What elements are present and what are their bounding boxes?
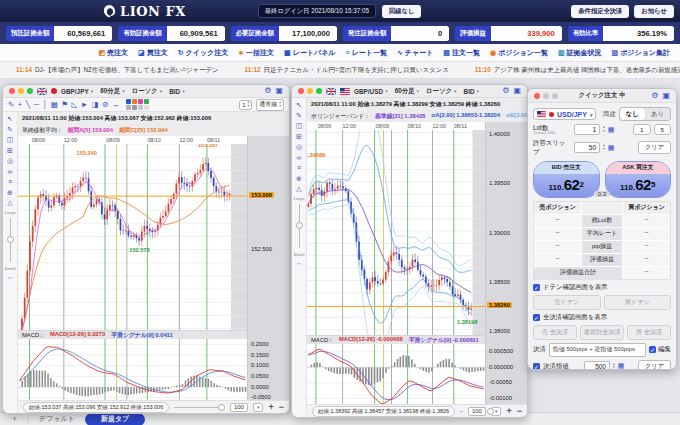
add-tab-icon[interactable]: +	[12, 414, 17, 424]
draw-icon[interactable]: ✎	[296, 112, 302, 119]
pan-arrows-icon[interactable]: ↔	[296, 260, 302, 266]
window-titlebar[interactable]: GBP/JPY▾60分足▾ローソク▾BID▾ ⚙▣	[3, 85, 289, 98]
keypad-icon[interactable]	[608, 126, 615, 134]
news-item[interactable]: 11:10アジア株 豪州株は史上最高値 韓国株は下落、過去最多の新規感染	[475, 66, 680, 75]
quick-order-panel[interactable]: クイック注文 中 ⚙▣ USD/JPY 両建 なしあり Lot数1Lot=1,0…	[527, 88, 677, 370]
menu-item-sell-order[interactable]: ◩売注文	[98, 48, 128, 58]
minimize-icon[interactable]	[543, 93, 549, 99]
edit-checkbox[interactable]	[649, 346, 656, 353]
title-dropdown[interactable]: BID▾	[169, 88, 185, 95]
color-swatch[interactable]	[126, 105, 131, 110]
menu-item-buy-order[interactable]: ◪買注文	[138, 48, 168, 58]
menu-item-rate-list[interactable]: ≡レート一覧	[346, 48, 387, 58]
hedge-on-option[interactable]: あり	[645, 108, 670, 120]
notice-button[interactable]: お知らせ	[634, 5, 674, 18]
minimize-icon[interactable]	[18, 88, 24, 94]
grid-icon[interactable]: ▦	[51, 101, 58, 109]
title-dropdown[interactable]: GBP/USD▾	[354, 88, 388, 95]
chart-title-selectors[interactable]: GBP/USD▾60分足▾ローソク▾BID▾	[354, 87, 479, 96]
slippage-stepper[interactable]	[603, 144, 605, 151]
list-icon[interactable]: ≡	[297, 164, 301, 171]
channel-icon[interactable]: ◺	[72, 101, 78, 109]
alert-icon[interactable]: △	[296, 185, 301, 192]
list-icon[interactable]: ≡	[8, 178, 12, 185]
lot-input[interactable]: 1	[574, 124, 600, 135]
indicator-icon[interactable]: ⊞	[7, 147, 13, 154]
color-swatch[interactable]	[132, 105, 137, 110]
duplicate-window-icon[interactable]: ▣	[513, 87, 521, 95]
trash-icon[interactable]: ⊘	[102, 101, 108, 109]
candle-size-slider[interactable]	[299, 204, 300, 248]
hedge-off-option[interactable]: なし	[620, 108, 645, 120]
measure-icon[interactable]: ↔	[112, 101, 120, 109]
globe-icon[interactable]: ⊕	[296, 175, 302, 182]
alert-icon[interactable]: △	[7, 199, 12, 206]
globe-icon[interactable]: ⊕	[7, 189, 13, 196]
window-titlebar[interactable]: GBP/USD▾60分足▾ローソク▾BID▾ ⚙▣	[292, 85, 527, 98]
chart-window-gbpusd[interactable]: GBP/USD▾60分足▾ローソク▾BID▾ ⚙▣ ↖✎◫⊞◎∞≡⊕△ Larg…	[291, 84, 528, 418]
slippage-input[interactable]: 50	[574, 142, 600, 153]
flag-icon[interactable]: ⚑	[61, 101, 68, 109]
lot-preset-5[interactable]: 5	[654, 124, 671, 135]
news-ticker[interactable]: 11:14DJ-【市場の声】NZ住宅価格、下落してもまだ高い=ジャーデン 11:…	[0, 62, 680, 79]
lot-preset-1[interactable]: 1	[633, 124, 650, 135]
title-dropdown[interactable]: ローソク▾	[426, 87, 457, 96]
connection-status-button[interactable]: 回線なし	[382, 5, 421, 18]
title-dropdown[interactable]: GBP/JPY▾	[61, 88, 93, 95]
zoom-select-caret[interactable]	[253, 403, 264, 412]
crosshair-icon[interactable]: +	[18, 101, 22, 109]
pointer-icon[interactable]: ►	[81, 101, 88, 109]
zoom-out-button[interactable]: −	[517, 406, 522, 416]
tab-new-active[interactable]: 新規タブ	[85, 413, 145, 425]
chart-window-gbpjpy[interactable]: GBP/JPY▾60分足▾ローソク▾BID▾ ⚙▣ ✎+╲─│▦⚑◺►◨⊘↔ 1…	[2, 84, 290, 414]
color-swatch[interactable]	[144, 99, 149, 104]
select-icon[interactable]: ↖	[7, 115, 13, 122]
menu-item-chart[interactable]: ∿チャート	[397, 48, 433, 58]
close-icon[interactable]	[534, 93, 540, 99]
pair-close-all-button[interactable]: 通貨別全決済	[580, 325, 624, 340]
menu-item-batch-order[interactable]: ∗一括注文	[238, 48, 274, 58]
chart-title-selectors[interactable]: GBP/JPY▾60分足▾ローソク▾BID▾	[61, 87, 185, 96]
title-dropdown[interactable]: 60分足▾	[395, 87, 419, 96]
zoom-value[interactable]: 100	[468, 407, 486, 416]
lot-stepper[interactable]	[603, 126, 605, 133]
color-swatch[interactable]	[126, 99, 131, 104]
title-dropdown[interactable]: ローソク▾	[132, 87, 163, 96]
menu-item-quick-order[interactable]: ↻クイック注文	[178, 48, 229, 58]
indicator-icon[interactable]: ⊞	[296, 133, 302, 140]
keypad-icon[interactable]	[618, 362, 625, 369]
limit-input[interactable]: 500	[584, 361, 610, 369]
candle-size-slider[interactable]	[10, 218, 11, 262]
menu-item-position-list[interactable]: ◉ポジション一覧	[490, 48, 548, 58]
color-swatch[interactable]	[132, 99, 137, 104]
draw-icon[interactable]: ✎	[7, 126, 13, 133]
zoom-in-button[interactable]: +	[506, 406, 511, 416]
maximize-icon[interactable]	[316, 88, 322, 94]
menu-item-order-list[interactable]: ▤注文一覧	[443, 48, 480, 58]
menu-item-position-summary[interactable]: ▧ポジション集計	[612, 48, 670, 58]
ask-buy-button[interactable]: ASK 買注文 110.625	[605, 161, 672, 198]
line-width-stepper[interactable]: 1	[239, 100, 252, 110]
news-item[interactable]: 11:12日足テクニカル・ドル円=雲の下限を支持に押し目買いスタンス	[245, 66, 449, 75]
eraser-icon[interactable]: ◨	[92, 101, 99, 109]
chart-type-icon[interactable]: ◫	[7, 136, 14, 143]
color-swatch[interactable]	[138, 99, 143, 104]
close-icon[interactable]	[298, 88, 304, 94]
link-icon[interactable]: ∞	[8, 168, 13, 175]
close-all-confirm-checkbox[interactable]	[533, 314, 540, 321]
hline-icon[interactable]: ─	[34, 101, 39, 109]
select-icon[interactable]: ↖	[296, 101, 302, 108]
line-style-select[interactable]: 通常線	[256, 99, 284, 111]
menu-item-rate-panel[interactable]: ▦レートパネル	[284, 48, 335, 58]
tab-default[interactable]: デフォルト	[39, 414, 75, 424]
buy-doten-button[interactable]: 買ドテン	[604, 295, 672, 310]
title-dropdown[interactable]: BID▾	[464, 88, 480, 95]
gear-icon[interactable]: ⚙	[651, 92, 658, 100]
title-dropdown[interactable]: 60分足▾	[100, 87, 124, 96]
gear-icon[interactable]: ⚙	[264, 87, 271, 95]
chart-type-icon[interactable]: ◫	[296, 122, 303, 129]
slippage-clear-button[interactable]: クリア	[638, 141, 671, 154]
bid-sell-button[interactable]: BID 売注文 110.622	[533, 161, 600, 198]
limit-checkbox[interactable]	[533, 363, 540, 369]
settle-summary-field[interactable]: 指値 500pips + 逆指値 500pips	[549, 343, 646, 357]
